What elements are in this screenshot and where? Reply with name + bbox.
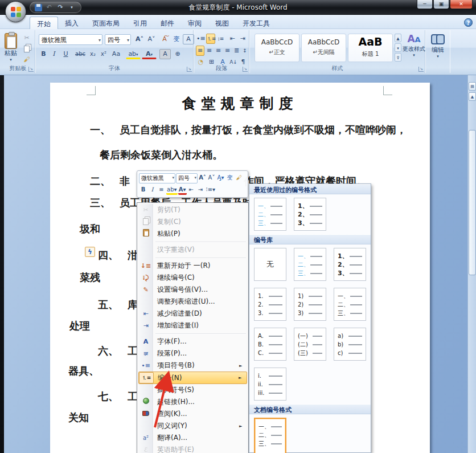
mini-font-color-button[interactable]: A▾ xyxy=(178,185,187,195)
styles-more-icon[interactable]: ⊽ xyxy=(395,53,401,62)
numfmt-recent-arabic[interactable]: 1、 2、 3、 xyxy=(294,198,326,231)
mini-bold-button[interactable]: B xyxy=(139,185,147,195)
character-border-button[interactable]: A xyxy=(183,34,194,44)
change-styles-button[interactable]: AA 更改样式 ▾ xyxy=(404,34,424,58)
menu-item-adjust-list-indent[interactable]: 调整列表缩进(U)... xyxy=(138,296,247,308)
numfmt-recent-cn[interactable]: 一、 二、 三、 xyxy=(254,198,286,231)
autocorrect-options-icon[interactable]: ϟ xyxy=(85,247,95,257)
justify-button[interactable]: ≡ xyxy=(223,46,232,56)
style-no-spacing[interactable]: AaBbCcD ↵无间隔 xyxy=(301,34,346,62)
menu-item-font[interactable]: A字体(F)... xyxy=(138,336,247,348)
mini-shrink-font-button[interactable]: A˅ xyxy=(207,173,216,183)
numfmt-cn-blue[interactable]: 一、 二、 三、 xyxy=(294,248,326,281)
bold-button[interactable]: B xyxy=(39,49,48,59)
numfmt-cn-paren[interactable]: (一) (二) (三) xyxy=(294,328,326,361)
mini-bullets-button[interactable]: ⁝≡▾ xyxy=(206,185,216,195)
bullets-button[interactable]: •≡ xyxy=(196,34,205,44)
style-normal[interactable]: AaBbCcD ↵正文 xyxy=(255,34,299,62)
help-icon[interactable]: ? xyxy=(464,18,473,27)
editing-button[interactable]: 编辑 ▾ xyxy=(431,34,445,59)
mini-italic-button[interactable]: I xyxy=(148,185,157,195)
increase-indent-button[interactable]: ⇥ xyxy=(238,34,247,44)
maximize-button[interactable]: ▣ xyxy=(433,0,449,9)
format-painter-button[interactable]: 🖌 xyxy=(22,55,32,65)
clear-formatting-icon[interactable]: A͠ xyxy=(159,34,170,44)
style-heading1[interactable]: AaB 标题 1 xyxy=(348,34,393,62)
subscript-button[interactable]: x₂ xyxy=(88,49,98,59)
numfmt-arabic-paren[interactable]: 1) 2) 3) xyxy=(294,288,326,321)
font-size-combo[interactable]: 四号▾ xyxy=(105,34,131,45)
minimize-button[interactable]: ─ xyxy=(417,0,433,9)
paragraph-dialog-launcher[interactable]: ↘ xyxy=(243,67,248,72)
change-case-button[interactable]: Aa xyxy=(109,49,123,59)
align-left-button[interactable]: ≡ xyxy=(196,46,204,56)
decrease-indent-button[interactable]: ⇤ xyxy=(228,34,237,44)
mini-font-size-combo[interactable]: 四号 xyxy=(176,173,198,183)
menu-item-translate[interactable]: a²翻译(A)... xyxy=(138,432,247,444)
numfmt-none[interactable]: 无 xyxy=(254,248,286,281)
mini-increase-indent-button[interactable]: ⇥ xyxy=(196,185,205,195)
scroll-up-icon[interactable]: ▲ xyxy=(469,92,476,101)
numfmt-arabic-dot[interactable]: 1. 2. 3. xyxy=(254,288,286,321)
mini-decrease-indent-button[interactable]: ⇤ xyxy=(187,185,196,195)
cut-button[interactable]: ✂ xyxy=(22,33,32,43)
mini-styles-icon[interactable]: A̡▾ xyxy=(216,173,225,183)
close-button[interactable]: ✕ xyxy=(450,0,473,9)
numfmt-document-cn[interactable]: 一、 二、 三、 xyxy=(254,418,286,453)
ruler-toggle-icon[interactable]: ▤ xyxy=(469,82,476,91)
menu-item-increase-indent[interactable]: ⇥增加缩进量(I) xyxy=(138,320,247,332)
paste-dropdown-icon[interactable]: ▾ xyxy=(10,58,12,62)
font-dialog-launcher[interactable]: ↘ xyxy=(187,67,192,72)
menu-item-continue-numbering[interactable]: ⁞⤸继续编号(C) xyxy=(138,272,247,284)
character-shading-button[interactable]: A xyxy=(159,49,171,59)
mini-phonetic-icon[interactable]: 变 xyxy=(225,173,234,183)
mini-grow-font-button[interactable]: A˄ xyxy=(198,173,207,183)
menu-item-paragraph[interactable]: ≡̷段落(P)... xyxy=(138,348,247,360)
enclose-characters-button[interactable]: ⊕ xyxy=(172,49,183,59)
menu-item-look-up[interactable]: 查阅(K)... xyxy=(138,408,247,420)
styles-scroll-down-icon[interactable]: ▾ xyxy=(395,43,401,52)
numfmt-roman-lower[interactable]: i. ii. iii. xyxy=(254,368,286,401)
strikethrough-button[interactable]: abc xyxy=(73,49,87,59)
paste-button[interactable]: 粘贴 ▾ xyxy=(5,33,17,62)
menu-item-bullets[interactable]: •≡项目符号(B)► xyxy=(138,360,247,372)
menu-item-synonyms[interactable]: 同义词(Y)► xyxy=(138,420,247,432)
menu-item-numbering[interactable]: ⒈≡编号(N)► xyxy=(138,372,247,384)
font-color-button[interactable]: A▾ xyxy=(142,49,157,59)
mini-highlight-button[interactable]: ab▾ xyxy=(166,185,178,195)
menu-item-set-numbering-value[interactable]: ✎设置编号值(V)... xyxy=(138,284,247,296)
vertical-scrollbar[interactable]: ▤ ▲ xyxy=(467,75,476,453)
line-spacing-button[interactable]: ↕ xyxy=(241,46,248,56)
align-center-button[interactable]: ≡ xyxy=(205,46,214,56)
text-highlight-button[interactable]: ab▾ xyxy=(126,49,141,59)
numfmt-alpha-upper[interactable]: A. B. C. xyxy=(254,328,286,361)
numbering-button[interactable]: ⒈≡ xyxy=(206,34,215,44)
menu-item-insert-symbol[interactable]: 插入符号(S) xyxy=(138,384,247,396)
italic-button[interactable]: I xyxy=(49,49,59,59)
clipboard-dialog-launcher[interactable]: ↘ xyxy=(28,67,34,72)
menu-item-hyperlink[interactable]: 超链接(H)... xyxy=(138,396,247,408)
copy-button[interactable] xyxy=(22,44,32,54)
scrollbar-thumb[interactable] xyxy=(469,130,476,275)
mini-font-name-combo[interactable]: 微软雅黑 xyxy=(139,173,175,183)
menu-item-decrease-indent[interactable]: ⇤减少缩进量(D) xyxy=(138,308,247,320)
distribute-button[interactable]: ≣ xyxy=(232,46,241,56)
phonetic-guide-button[interactable]: 变 xyxy=(171,34,182,44)
grow-font-button[interactable]: A˄ xyxy=(134,34,145,44)
multilevel-list-button[interactable]: ⁝≡ xyxy=(216,34,225,44)
superscript-button[interactable]: x² xyxy=(99,49,109,59)
menu-item-copy[interactable]: 复制(C) xyxy=(138,216,247,228)
align-right-button[interactable]: ≡ xyxy=(214,46,223,56)
menu-item-cut[interactable]: ✂剪切(T) xyxy=(138,204,247,216)
mini-format-painter-icon[interactable]: 🖌 xyxy=(235,173,243,183)
numfmt-alpha-lower[interactable]: a) b) c) xyxy=(334,328,366,361)
numfmt-cn-plain[interactable]: 一、 二、 三、 xyxy=(334,288,366,321)
numfmt-arabic-dun[interactable]: 1、 2、 3、 xyxy=(334,248,366,281)
menu-item-paste[interactable]: 粘贴(P) xyxy=(138,228,247,240)
styles-scroll-up-icon[interactable]: ▲ xyxy=(395,34,401,42)
menu-item-restart-numbering[interactable]: ↓≡重新开始于 一(R) xyxy=(138,260,247,272)
underline-button[interactable]: U xyxy=(59,49,72,59)
shrink-font-button[interactable]: A˅ xyxy=(146,34,157,44)
styles-dialog-launcher[interactable]: ↘ xyxy=(418,67,424,72)
menu-item-english-assistant[interactable]: ℰ英语助手(E) xyxy=(138,444,247,453)
